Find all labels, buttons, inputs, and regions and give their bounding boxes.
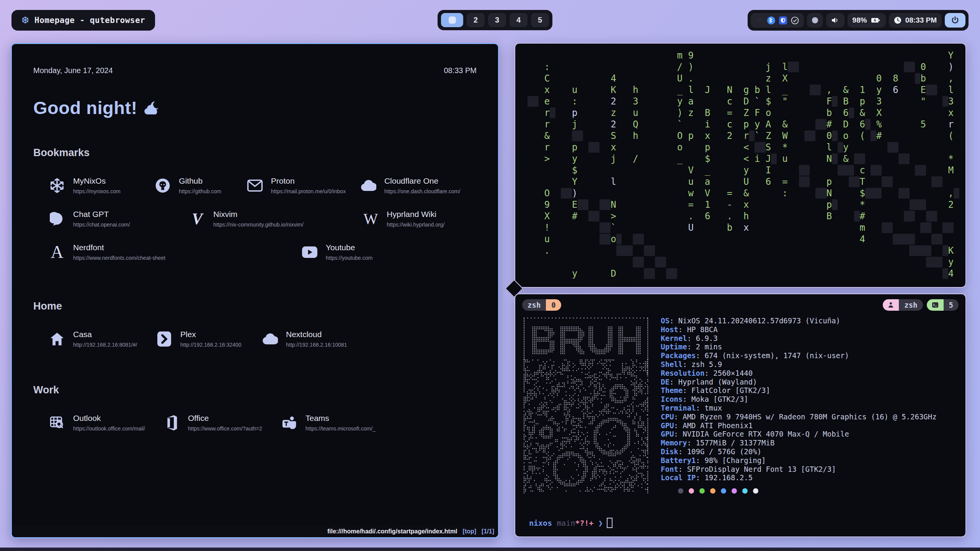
bruh-ascii-art <box>523 316 649 494</box>
power-button[interactable] <box>945 13 965 28</box>
workspace-button-4[interactable]: 4 <box>510 13 528 27</box>
bookmark-url: https://www.office.com/?auth=2 <box>188 425 262 432</box>
info-value: 109G / 576G (20%) <box>687 447 761 456</box>
qutebrowser-window[interactable]: Monday, June 17, 2024 08:33 PM Good nigh… <box>11 43 499 538</box>
info-key: DE <box>661 378 670 386</box>
palette-color-dot <box>742 488 748 494</box>
bookmark-url: https://mynixos.com <box>73 188 121 194</box>
bookmark-card-hyprland-wiki[interactable]: WHyprland Wikihttps://wiki.hyprland.org/ <box>362 210 477 228</box>
info-key: Font <box>661 465 678 473</box>
tmux-window-index: 0 <box>546 299 561 311</box>
info-value: AMD ATI Phoenix1 <box>683 421 753 430</box>
info-value: 98% [Charging] <box>704 456 766 465</box>
workspace-button-2[interactable]: 2 <box>467 13 485 27</box>
info-key: CPU <box>661 412 674 421</box>
bookmark-row: Outlookhttps://outlook.office.com/mail/O… <box>49 414 477 432</box>
youtube-play-icon <box>301 246 318 258</box>
info-value: NixOS 24.11.20240612.57d6973 (Vicuña) <box>678 316 840 325</box>
palette-color-dot <box>689 488 694 494</box>
bookmark-url: https://wiki.hyprland.org/ <box>387 222 444 228</box>
info-value: FlatColor [GTK2/3] <box>691 386 770 395</box>
workspace-button-5[interactable]: 5 <box>531 13 549 27</box>
info-value: 192.168.2.5 <box>704 473 753 482</box>
cmatrix-output: m 9 Y : / ) j l 0 ) C 4 U . z X 0 8 <box>522 50 959 279</box>
tmux-session-name: zsh <box>522 299 546 311</box>
system-info-line: GPU: NVIDIA GeForce RTX 4070 Max-Q / Mob… <box>661 430 937 439</box>
fetch-terminal-window[interactable]: zsh 0 zsh 5 OS: NixOS 24.11.20240612.57d… <box>514 293 966 537</box>
bookmark-card-office[interactable]: Officehttps://www.office.com/?auth=2 <box>163 414 281 432</box>
info-key: Host <box>661 325 678 334</box>
bookmark-url: https://teams.microsoft.com/_ <box>305 425 376 432</box>
bookmark-card-nextcloud[interactable]: Nextcloudhttp://192.168.2.16:10081 <box>261 330 376 348</box>
palette-color-dot <box>678 488 683 494</box>
bookmark-title: Proton <box>271 176 346 186</box>
info-key: Memory <box>661 439 687 447</box>
bookmark-card-mynixos[interactable]: MyNixOshttps://mynixos.com <box>49 176 154 194</box>
bookmark-url: https://nix-community.github.io/nixvim/ <box>213 222 304 228</box>
bookmark-card-casa[interactable]: Casahttp://192.168.2.16:8081/#/ <box>49 330 156 348</box>
active-workspace-indicator <box>449 16 456 24</box>
info-value: tmux <box>704 404 722 412</box>
qutebrowser-statusbar: file:///home/hadi/.config/startpage/inde… <box>12 526 498 537</box>
info-key: Packages <box>661 351 696 360</box>
system-info-line: Theme: FlatColor [GTK2/3] <box>661 386 937 395</box>
palette-color-dot <box>710 488 715 494</box>
bookmark-row: Casahttp://192.168.2.16:8081/#/Plexhttp:… <box>49 330 477 348</box>
workspace-button-3[interactable]: 3 <box>488 13 506 27</box>
idle-inhibitor-pill[interactable] <box>807 13 823 28</box>
statusbar-tab-index: [1/1] <box>482 528 494 535</box>
shell-prompt[interactable]: nixos main *?!+ ❯ <box>529 518 612 528</box>
statusbar-scroll-position: [top] <box>463 528 477 535</box>
bookmark-card-outlook[interactable]: Outlookhttps://outlook.office.com/mail/ <box>49 414 163 432</box>
prompt-git-flags: *?!+ <box>575 518 593 528</box>
bookmark-card-chat-gpt[interactable]: Chat GPThttps://chat.openai.com/ <box>49 210 189 228</box>
bookmark-card-plex[interactable]: Plexhttp://192.168.2.16:32400 <box>156 330 261 348</box>
fastfetch-output: OS: NixOS 24.11.20240612.57d6973 (Vicuña… <box>523 316 937 494</box>
battery-pill[interactable]: 98% <box>848 13 886 28</box>
window-title: Homepage - qutebrowser <box>34 16 145 25</box>
bookmark-url: http://192.168.2.16:32400 <box>180 342 242 348</box>
bookmark-card-cloudflare-one[interactable]: Cloudflare Onehttps://one.dash.cloudflar… <box>360 176 477 194</box>
status-icons-group[interactable] <box>751 13 804 28</box>
idle-dot-icon <box>812 17 818 23</box>
bookmark-card-nixvim[interactable]: VNixvimhttps://nix-community.github.io/n… <box>189 210 362 228</box>
speaker-icon <box>831 16 840 24</box>
bookmark-card-nerdfont[interactable]: ANerdfonthttps://www.nerdfonts.com/cheat… <box>49 243 301 261</box>
user-icon <box>883 299 899 311</box>
info-value: 1577MiB / 31377MiB <box>696 439 775 447</box>
info-key: Theme <box>661 386 683 395</box>
bookmark-url: https://outlook.office.com/mail/ <box>73 425 145 432</box>
bookmark-title: Nixvim <box>213 210 304 219</box>
bookmark-card-proton[interactable]: Protonhttps://mail.proton.me/u/0/inbox <box>247 176 360 194</box>
bookmark-url: https://github.com <box>179 188 221 194</box>
bookmark-row: MyNixOshttps://mynixos.comGithubhttps://… <box>49 176 477 194</box>
chat-bubble-icon <box>49 212 65 226</box>
system-info-line: Disk: 109G / 576G (20%) <box>661 447 937 456</box>
tmux-session-group[interactable]: zsh 0 <box>522 299 561 312</box>
terminal-icon <box>927 299 944 311</box>
cmatrix-terminal-window[interactable]: m 9 Y : / ) j l 0 ) C 4 U . z X 0 8 <box>514 43 966 288</box>
bookmark-card-teams[interactable]: Teamshttps://teams.microsoft.com/_ <box>281 414 396 432</box>
bookmark-title: Nextcloud <box>286 330 347 339</box>
clock-icon <box>894 16 902 24</box>
bookmark-url: https://www.nerdfonts.com/cheat-sheet <box>73 255 165 261</box>
info-value: Moka [GTK2/3] <box>691 395 748 403</box>
bookmark-card-youtube[interactable]: Youtubehttps://youtube.com <box>301 243 416 261</box>
workspace-button-1[interactable] <box>441 13 463 27</box>
system-info-line: Terminal: tmux <box>661 404 937 412</box>
bookmark-title: Plex <box>180 330 242 339</box>
clock-pill[interactable]: 08:33 PM <box>889 13 942 28</box>
system-info-line: Uptime: 2 mins <box>661 342 937 351</box>
power-icon <box>951 16 959 24</box>
bookmark-card-github[interactable]: Githubhttps://github.com <box>154 176 246 194</box>
system-info-line: Font: SFProDisplay Nerd Font 13 [GTK2/3] <box>661 465 937 474</box>
prompt-arrow: ❯ <box>598 518 603 528</box>
tmux-right-group: zsh 5 <box>883 299 959 312</box>
outlook-icon <box>49 415 65 430</box>
system-info-line: GPU: AMD ATI Phoenix1 <box>661 421 937 430</box>
cloud-icon <box>360 180 377 191</box>
bookmark-title: Cloudflare One <box>384 176 460 186</box>
palette-color-dot <box>699 488 705 494</box>
volume-pill[interactable] <box>826 13 844 28</box>
bookmark-url: http://192.168.2.16:10081 <box>286 342 347 348</box>
